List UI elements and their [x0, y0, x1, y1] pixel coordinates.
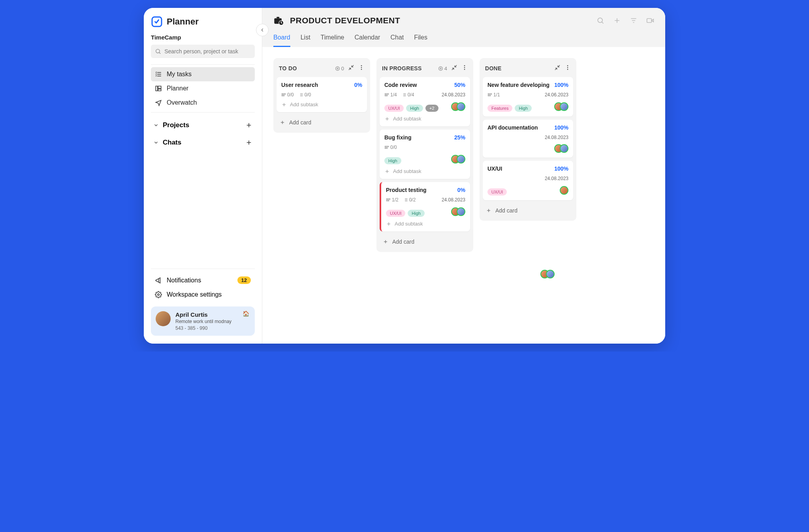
tag[interactable]: High: [384, 157, 401, 164]
svg-line-48: [452, 68, 454, 70]
svg-rect-24: [647, 19, 652, 23]
add-card-button[interactable]: Add card: [483, 203, 573, 218]
column-header: TO DO 0: [277, 61, 367, 77]
tab-board[interactable]: Board: [273, 32, 290, 47]
plus-icon[interactable]: [245, 139, 252, 146]
svg-rect-52: [385, 94, 389, 94]
card-date: 24.06.2023: [545, 92, 568, 98]
section-chats[interactable]: Chats: [151, 134, 255, 151]
svg-point-82: [567, 69, 568, 70]
card-percent: 100%: [554, 165, 568, 172]
column-title: IN PROGRESS: [382, 65, 422, 71]
avatar[interactable]: [560, 102, 568, 111]
collapse-icon[interactable]: [451, 64, 457, 72]
avatars[interactable]: [554, 102, 568, 111]
tab-list[interactable]: List: [301, 32, 310, 47]
task-card[interactable]: UX/UI100%24.08.2023UX/UI: [483, 161, 573, 200]
svg-rect-63: [385, 148, 388, 149]
user-card[interactable]: April Curtis Remote work until modnay 54…: [151, 306, 255, 336]
plus-icon[interactable]: [613, 17, 621, 24]
more-icon[interactable]: [358, 64, 365, 72]
floating-avatars[interactable]: [540, 270, 555, 278]
collapse-icon[interactable]: [554, 64, 561, 72]
svg-line-47: [455, 65, 457, 67]
tag[interactable]: +2: [425, 105, 438, 112]
add-subtask-button[interactable]: Add subtask: [384, 116, 465, 122]
avatars[interactable]: [554, 144, 568, 153]
search-icon[interactable]: [596, 17, 604, 24]
avatar[interactable]: [560, 144, 568, 153]
tag[interactable]: UX/UI: [487, 188, 507, 196]
collapse-icon[interactable]: [348, 64, 354, 72]
search-bar[interactable]: [151, 45, 255, 58]
card-percent: 100%: [554, 124, 568, 131]
add-subtask-button[interactable]: Add subtask: [384, 168, 465, 174]
more-icon[interactable]: [564, 64, 571, 72]
nav-label: Overwatch: [167, 99, 197, 106]
task-card[interactable]: Bug fixing25%0/0HighAdd subtask: [380, 130, 470, 179]
sidebar-collapse-button[interactable]: [256, 24, 269, 36]
svg-point-30: [361, 65, 362, 66]
task-card[interactable]: API documentation100%24.08.2023: [483, 120, 573, 158]
column-title: TO DO: [279, 65, 297, 71]
svg-rect-53: [385, 95, 388, 96]
tag[interactable]: Features: [487, 105, 512, 112]
task-card[interactable]: New feature developing100%1/124.06.2023F…: [483, 77, 573, 117]
filter-icon[interactable]: [630, 17, 638, 24]
user-status: Remote work until modnay: [175, 319, 231, 324]
task-card[interactable]: Product testing0%1/20/224.08.2023UX/UIHi…: [380, 182, 470, 231]
tag[interactable]: High: [408, 210, 425, 217]
svg-line-18: [602, 22, 603, 23]
avatars[interactable]: [451, 102, 465, 111]
card-percent: 25%: [454, 134, 465, 141]
tag[interactable]: UX/UI: [386, 210, 405, 217]
add-card-button[interactable]: Add card: [380, 235, 470, 249]
task-card[interactable]: Code review50%1/40/424.08.2023UX/UIHigh+…: [380, 77, 470, 126]
notifications-button[interactable]: Notifications 12: [151, 273, 255, 288]
svg-point-17: [598, 18, 602, 23]
plus-icon[interactable]: [245, 122, 252, 129]
svg-rect-6: [156, 86, 158, 91]
notifications-count: 12: [237, 276, 251, 284]
avatar[interactable]: [560, 186, 568, 195]
svg-point-81: [567, 67, 568, 68]
nav-group: My tasks Planner Overwatch: [151, 64, 255, 113]
card-counts: 0/0: [384, 145, 397, 150]
more-icon[interactable]: [461, 64, 468, 72]
avatars[interactable]: [451, 155, 465, 164]
column-header: IN PROGRESS 4: [380, 61, 470, 77]
nav-overwatch[interactable]: Overwatch: [151, 96, 255, 110]
add-subtask-button[interactable]: Add subtask: [386, 221, 465, 227]
tasks-icon: [155, 71, 162, 78]
nav-my-tasks[interactable]: My tasks: [151, 67, 255, 81]
svg-point-49: [464, 65, 465, 66]
avatars[interactable]: [451, 207, 465, 216]
workspace-settings-button[interactable]: Workspace settings: [151, 288, 255, 302]
card-title: Bug fixing: [384, 134, 411, 141]
tag[interactable]: High: [406, 105, 423, 112]
svg-line-2: [159, 53, 160, 54]
tab-chat[interactable]: Chat: [390, 32, 404, 47]
tab-files[interactable]: Files: [414, 32, 427, 47]
avatars[interactable]: [560, 186, 568, 195]
section-projects[interactable]: Projects: [151, 117, 255, 134]
add-subtask-button[interactable]: Add subtask: [281, 102, 362, 107]
card-date: 24.08.2023: [442, 197, 465, 203]
tab-calendar[interactable]: Calendar: [354, 32, 380, 47]
card-title: API documentation: [487, 124, 538, 131]
tag[interactable]: UX/UI: [384, 105, 404, 112]
svg-point-51: [464, 69, 465, 70]
add-card-button[interactable]: Add card: [277, 115, 367, 130]
nav-planner[interactable]: Planner: [151, 81, 255, 96]
gear-icon: [155, 291, 162, 298]
column: TO DO 0 User research0%0/00/0Add subtask…: [273, 58, 370, 133]
avatar[interactable]: [457, 207, 465, 216]
search-input[interactable]: [164, 48, 251, 55]
tag[interactable]: High: [515, 105, 532, 112]
chevron-down-icon: [153, 122, 159, 128]
video-icon[interactable]: [646, 17, 654, 24]
tab-timeline[interactable]: Timeline: [321, 32, 344, 47]
task-card[interactable]: User research0%0/00/0Add subtask: [277, 77, 367, 112]
avatar[interactable]: [457, 102, 465, 111]
avatar[interactable]: [457, 155, 465, 164]
